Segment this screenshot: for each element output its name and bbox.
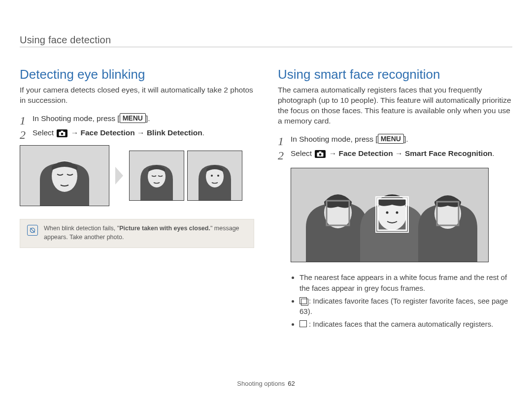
page-header: Using face detection — [20, 34, 512, 47]
step-text: ]. — [404, 135, 408, 143]
footer-section: Shooting options — [237, 380, 285, 387]
step-text: → — [68, 128, 80, 137]
smart-bullets: The nearest face appears in a white focu… — [278, 272, 512, 330]
smart-intro: The camera automatically registers faces… — [278, 85, 512, 126]
page-footer: Shooting options62 — [0, 380, 532, 387]
menu-badge: MENU — [120, 113, 146, 123]
photo-after-1 — [129, 151, 184, 201]
step-text: → — [393, 149, 405, 157]
note-text: When blink detection fails, "Picture tak… — [44, 224, 247, 242]
svg-point-9 — [211, 175, 213, 177]
svg-point-18 — [386, 212, 389, 214]
smart-figure — [291, 168, 489, 262]
blink-step-1: In Shooting mode, press [MENU]. — [20, 113, 254, 124]
step-text: Blink Detection — [147, 128, 202, 137]
svg-rect-12 — [319, 152, 322, 153]
arrow-right-icon — [115, 167, 123, 185]
blink-figure — [20, 145, 254, 206]
step-text: → — [135, 128, 147, 137]
step-text: . — [492, 149, 494, 157]
section-title-blink: Detecting eye blinking — [20, 67, 254, 82]
favorite-face-icon — [299, 297, 307, 304]
bullet-1: The nearest face appears in a white focu… — [299, 272, 512, 294]
step-text: Face Detection — [81, 128, 135, 137]
photo-after-row — [129, 151, 242, 201]
right-column: Using smart face recognition The camera … — [278, 67, 512, 332]
step-text: . — [202, 128, 204, 137]
step-text: In Shooting mode, press [ — [291, 135, 378, 143]
breadcrumb: Using face detection — [20, 34, 111, 45]
smart-step-1: In Shooting mode, press [MENU]. — [278, 133, 512, 145]
svg-point-19 — [396, 212, 399, 214]
bullet-3: : Indicates faces that the camera automa… — [299, 319, 512, 330]
page-number: 62 — [288, 380, 295, 387]
bullet-text: : Indicates faces that the camera automa… — [309, 320, 493, 328]
step-text: Face Detection — [339, 149, 393, 157]
smart-steps: In Shooting mode, press [MENU]. Select →… — [278, 133, 512, 159]
section-title-smart: Using smart face recognition — [278, 67, 512, 82]
step-text: → — [327, 149, 338, 157]
photo-after-2 — [187, 151, 242, 201]
bullet-2: : Indicates favorite faces (To register … — [299, 296, 512, 317]
note-part: When blink detection fails, " — [44, 225, 119, 232]
step-text: ]. — [146, 114, 150, 123]
step-text: Smart Face Recognition — [405, 149, 492, 157]
auto-face-icon — [299, 320, 307, 327]
note-part: Picture taken with eyes closed. — [119, 225, 210, 232]
left-column: Detecting eye blinking If your camera de… — [20, 67, 254, 332]
blink-intro: If your camera detects closed eyes, it w… — [20, 85, 254, 106]
smart-step-2: Select → Face Detection → Smart Face Rec… — [278, 148, 512, 159]
blink-steps: In Shooting mode, press [MENU]. Select →… — [20, 113, 254, 139]
camera-icon — [57, 129, 67, 137]
step-text: Select — [33, 128, 56, 137]
step-text: In Shooting mode, press [ — [33, 114, 120, 123]
svg-point-2 — [61, 133, 64, 135]
svg-rect-1 — [61, 131, 64, 132]
note-icon — [27, 225, 38, 236]
note-box: When blink detection fails, "Picture tak… — [20, 219, 254, 248]
menu-badge: MENU — [378, 134, 404, 144]
blink-step-2: Select → Face Detection → Blink Detectio… — [20, 127, 254, 138]
bullet-text: The nearest face appears in a white focu… — [299, 273, 507, 292]
step-text: Select — [291, 149, 314, 157]
camera-icon — [315, 150, 326, 158]
bullet-text: : Indicates favorite faces (To register … — [299, 297, 508, 316]
photo-before — [20, 145, 109, 206]
svg-point-13 — [319, 154, 322, 156]
svg-point-10 — [217, 175, 219, 177]
